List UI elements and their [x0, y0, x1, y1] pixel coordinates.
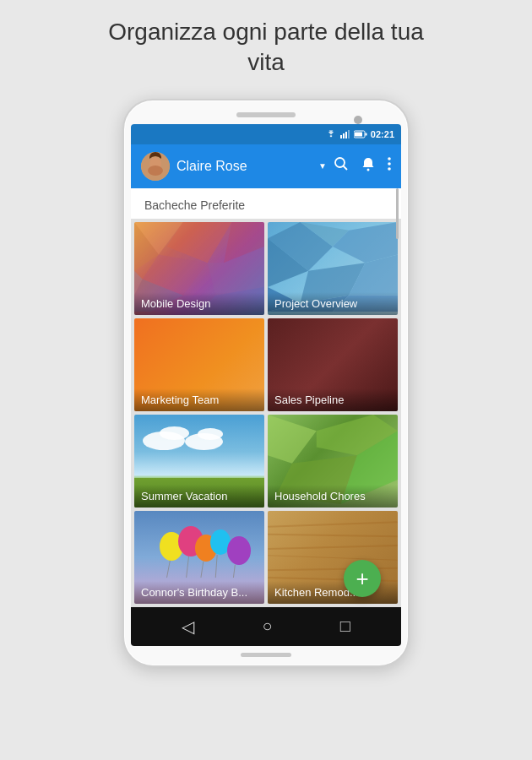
board-card-project-overview[interactable]: Project Overview — [268, 222, 398, 315]
board-grid: Mobile Design Project Overview — [131, 219, 401, 607]
board-card-label-mobile-design: Mobile Design — [134, 292, 264, 315]
svg-line-11 — [344, 166, 348, 171]
svg-marker-28 — [333, 222, 398, 263]
svg-marker-35 — [268, 415, 317, 464]
board-card-sales-pipeline[interactable]: Sales Pipeline — [268, 318, 398, 411]
board-card-household-chores[interactable]: Household Chores — [268, 415, 398, 508]
username-label: Claire Rose — [176, 159, 310, 174]
svg-line-43 — [233, 564, 235, 577]
dropdown-arrow-icon[interactable]: ▼ — [318, 161, 327, 171]
board-card-mobile-design[interactable]: Mobile Design — [134, 222, 264, 315]
board-card-marketing-team[interactable]: Marketing Team — [134, 318, 264, 411]
svg-point-10 — [335, 158, 345, 167]
svg-rect-5 — [355, 132, 362, 136]
phone-shell: 02:21 Claire Rose ▼ — [122, 99, 410, 667]
svg-line-42 — [215, 555, 217, 578]
board-card-label-connors-birthday: Connor's Birthday B... — [134, 581, 264, 604]
board-card-summer-vacation[interactable]: Summer Vacation — [134, 415, 264, 508]
more-icon[interactable] — [388, 156, 391, 176]
svg-rect-3 — [348, 130, 350, 138]
board-card-label-summer-vacation: Summer Vacation — [134, 485, 264, 508]
board-card-label-marketing-team: Marketing Team — [134, 388, 264, 411]
svg-rect-0 — [340, 135, 342, 138]
board-card-kitchen-remodel[interactable]: Kitchen Remod... — [268, 511, 398, 604]
section-header: Bacheche Preferite — [131, 188, 401, 219]
svg-line-40 — [187, 556, 189, 578]
app-bar: Claire Rose ▼ — [131, 144, 401, 188]
scrollbar-hint — [396, 188, 399, 239]
board-card-label-household-chores: Household Chores — [268, 485, 398, 508]
search-icon[interactable] — [334, 156, 349, 176]
svg-point-13 — [388, 157, 391, 160]
phone-camera — [354, 116, 362, 124]
app-bar-icons — [334, 156, 391, 176]
notification-icon[interactable] — [361, 156, 376, 176]
recent-button[interactable]: □ — [340, 616, 350, 636]
home-button[interactable]: ○ — [262, 616, 272, 636]
svg-rect-1 — [343, 133, 345, 138]
status-bar: 02:21 — [131, 124, 401, 144]
battery-icon — [354, 130, 367, 138]
svg-rect-6 — [365, 133, 366, 135]
board-card-label-project-overview: Project Overview — [268, 292, 398, 315]
phone-screen: 02:21 Claire Rose ▼ — [131, 124, 401, 646]
board-card-connors-birthday[interactable]: Connor's Birthday B... — [134, 511, 264, 604]
svg-line-41 — [201, 562, 204, 578]
board-card-label-sales-pipeline: Sales Pipeline — [268, 388, 398, 411]
svg-point-14 — [388, 162, 391, 166]
svg-point-15 — [388, 167, 391, 171]
avatar — [141, 152, 170, 181]
status-time: 02:21 — [371, 129, 394, 139]
phone-bottom-bar — [241, 653, 291, 657]
svg-rect-2 — [345, 132, 347, 138]
fab-button[interactable]: + — [344, 560, 381, 597]
svg-point-12 — [367, 169, 370, 171]
svg-point-9 — [148, 166, 163, 176]
back-button[interactable]: ◁ — [182, 616, 194, 637]
wifi-icon — [325, 130, 337, 138]
svg-line-39 — [167, 561, 171, 578]
signal-icon — [340, 130, 350, 138]
phone-speaker — [236, 112, 296, 117]
page-title: Organizza ogni parte della tua vita — [108, 17, 424, 79]
status-icons: 02:21 — [325, 129, 394, 139]
bottom-nav: ◁ ○ □ — [131, 607, 401, 646]
